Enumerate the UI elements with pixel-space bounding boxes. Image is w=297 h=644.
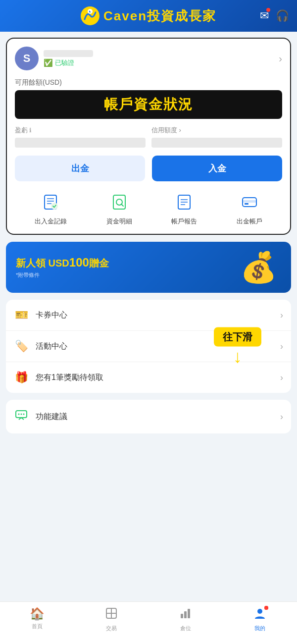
user-info: ✅ 已驗證 xyxy=(44,50,93,67)
funds-label: 資金明細 xyxy=(106,217,132,226)
scroll-indicator: 往下滑 ↓ xyxy=(214,327,261,366)
promo-title: 新人領 USD100贈金 xyxy=(16,256,109,270)
logo-icon xyxy=(81,6,99,25)
coupon-chevron: › xyxy=(280,310,283,321)
profit-item-right: 信用額度 › xyxy=(151,126,282,148)
profile-label: 我的 xyxy=(254,625,265,632)
svg-point-19 xyxy=(21,414,22,415)
reward-icon: 🎁 xyxy=(14,371,29,384)
scroll-arrow-icon: ↓ xyxy=(233,348,242,366)
action-buttons: 出金 入金 xyxy=(15,156,282,181)
verified-badge: ✅ 已驗證 xyxy=(44,58,93,67)
trade-label: 交易 xyxy=(106,625,117,632)
report-label: 帳戶報告 xyxy=(171,217,197,226)
promo-sub: *附帶條件 xyxy=(16,271,109,279)
info-icon: ℹ xyxy=(29,127,32,134)
profit-label: 盈虧 ℹ xyxy=(15,126,146,135)
app-title: Caven投資成長家 xyxy=(103,7,216,25)
withdraw-button[interactable]: 出金 xyxy=(15,156,145,181)
svg-rect-24 xyxy=(181,614,183,618)
reward-label: 您有1筆獎勵待領取 xyxy=(36,373,280,383)
svg-rect-15 xyxy=(243,200,256,203)
svg-line-9 xyxy=(121,204,123,206)
svg-rect-16 xyxy=(245,203,248,205)
promo-banner[interactable]: 新人領 USD100贈金 *附帶條件 💰 xyxy=(6,242,291,293)
withdrawal-account-label: 出金帳戶 xyxy=(237,217,262,226)
report-icon xyxy=(173,191,195,213)
promo-icon: 💰 xyxy=(240,250,277,285)
home-icon: 🏠 xyxy=(30,607,45,621)
user-row: S ✅ 已驗證 › xyxy=(15,47,282,70)
deposit-button[interactable]: 入金 xyxy=(152,156,282,181)
bottom-nav: 🏠 首頁 交易 倉位 我的 xyxy=(0,601,297,644)
nav-item-home[interactable]: 🏠 首頁 xyxy=(22,607,52,632)
support-icon: 🎧 xyxy=(276,9,289,22)
nav-item-profile[interactable]: 我的 xyxy=(245,607,275,632)
quick-link-report[interactable]: 帳戶報告 xyxy=(171,191,197,226)
account-status-banner: 帳戶資金狀況 xyxy=(15,90,282,119)
main-content: S ✅ 已驗證 › 可用餘額(USD) 帳戶資金狀況 盈虧 xyxy=(0,32,297,496)
verified-text: 已驗證 xyxy=(55,58,74,67)
withdrawal-account-icon xyxy=(239,191,260,213)
scroll-box: 往下滑 xyxy=(214,327,261,347)
nav-item-positions[interactable]: 倉位 xyxy=(171,607,200,632)
records-label: 出入金記錄 xyxy=(35,217,67,226)
app-header: Caven投資成長家 ✉ 🎧 xyxy=(0,0,297,32)
suggestion-label: 功能建議 xyxy=(36,412,280,422)
profile-badge xyxy=(264,606,268,610)
suggestion-icon xyxy=(14,409,29,425)
credit-value-placeholder xyxy=(151,138,282,148)
overlay-title: 帳戶資金狀況 xyxy=(23,95,274,114)
quick-link-withdrawal-account[interactable]: 出金帳戶 xyxy=(237,191,262,226)
menu-item-reward[interactable]: 🎁 您有1筆獎勵待領取 › xyxy=(6,362,291,393)
funds-icon xyxy=(108,191,130,213)
nav-item-trade[interactable]: 交易 xyxy=(97,607,126,632)
coupon-icon: 🎫 xyxy=(14,309,29,322)
trade-icon xyxy=(105,607,118,623)
suggestion-chevron: › xyxy=(280,412,283,422)
user-name-placeholder xyxy=(44,50,93,57)
home-label: 首頁 xyxy=(32,623,43,630)
positions-label: 倉位 xyxy=(180,625,191,632)
records-icon xyxy=(40,191,61,213)
verified-icon: ✅ xyxy=(44,58,53,67)
quick-link-funds[interactable]: 資金明細 xyxy=(106,191,132,226)
user-left: S ✅ 已驗證 xyxy=(15,47,93,70)
svg-rect-25 xyxy=(184,611,187,618)
svg-rect-26 xyxy=(188,609,190,618)
balance-label: 可用餘額(USD) xyxy=(15,78,282,87)
profile-chevron[interactable]: › xyxy=(279,53,282,64)
svg-point-20 xyxy=(23,414,25,415)
mail-button[interactable]: ✉ xyxy=(260,9,269,22)
coupon-label: 卡券中心 xyxy=(36,310,280,321)
profit-value-placeholder xyxy=(15,138,146,148)
activity-chevron: › xyxy=(280,341,283,352)
menu-item-suggestion[interactable]: 功能建議 › xyxy=(6,400,291,433)
app-logo: Caven投資成長家 xyxy=(81,6,216,25)
svg-rect-7 xyxy=(113,195,125,209)
credit-label: 信用額度 › xyxy=(151,126,282,135)
profit-row: 盈虧 ℹ 信用額度 › xyxy=(15,126,282,148)
svg-point-18 xyxy=(18,414,20,415)
menu-item-activity[interactable]: 🏷️ 活動中心 往下滑 ↓ › xyxy=(6,331,291,362)
account-card: S ✅ 已驗證 › 可用餘額(USD) 帳戶資金狀況 盈虧 xyxy=(6,38,291,235)
avatar: S xyxy=(15,47,39,70)
profit-item-left: 盈虧 ℹ xyxy=(15,126,146,148)
svg-point-27 xyxy=(257,609,262,614)
mail-badge xyxy=(266,8,270,12)
menu-item-coupon[interactable]: 🎫 卡券中心 › xyxy=(6,300,291,331)
quick-links: 出入金記錄 資金明細 帳戶報告 出金帳戶 xyxy=(15,191,282,226)
promo-text-block: 新人領 USD100贈金 *附帶條件 xyxy=(16,256,109,279)
profile-icon xyxy=(253,607,266,623)
support-button[interactable]: 🎧 xyxy=(276,9,289,22)
activity-icon: 🏷️ xyxy=(14,340,29,353)
positions-icon xyxy=(179,607,192,623)
quick-link-records[interactable]: 出入金記錄 xyxy=(35,191,67,226)
menu-section-secondary: 功能建議 › xyxy=(6,400,291,433)
svg-point-6 xyxy=(51,203,58,210)
header-icons: ✉ 🎧 xyxy=(260,9,289,22)
reward-chevron: › xyxy=(280,373,283,383)
menu-section-main: 🎫 卡券中心 › 🏷️ 活動中心 往下滑 ↓ › 🎁 您有1筆獎勵待領取 › xyxy=(6,300,291,393)
